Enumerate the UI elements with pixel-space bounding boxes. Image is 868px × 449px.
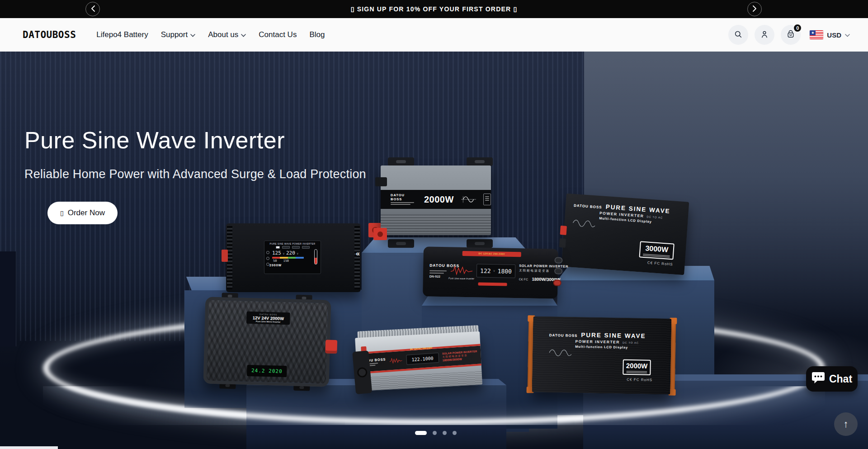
terminal-ring — [377, 232, 383, 237]
flag-icon: ★ — [810, 30, 823, 39]
flag-star: ★ — [810, 30, 816, 35]
spec-microtext — [429, 270, 447, 272]
cert-microtext — [485, 198, 489, 199]
sine-wave-icon — [572, 219, 596, 228]
cart-count-badge: 0 — [793, 24, 802, 33]
model-number: DN-922 — [429, 275, 440, 278]
status-icon — [266, 251, 269, 254]
label-block: DATOU BOSS PURE SINE WAVE POWER INVERTER… — [549, 331, 646, 358]
inverter-body: DC 12V/AC 220-240V DATOU BOSS 122.1000 S… — [355, 331, 482, 391]
account-icon — [760, 30, 769, 40]
red-sine-wave-icon — [389, 355, 403, 365]
nav-item-lifepo4-battery[interactable]: Lifepo4 Battery — [96, 30, 148, 39]
slideshow-pagination — [415, 431, 457, 435]
usb-port — [276, 246, 280, 249]
voltage-readout: 125 V 220 V — [267, 250, 318, 256]
chevron-down-icon — [241, 30, 246, 39]
announcement-next-button[interactable] — [747, 2, 762, 16]
slide-dot-2[interactable] — [433, 431, 437, 435]
label-band: DC 12V/AC 220-240V DATOU BOSS 122.1000 S… — [356, 344, 481, 374]
chat-bubble-icon — [811, 372, 825, 386]
end-cap-mark: « — [356, 250, 360, 258]
certifications: C€ FC RoHS — [627, 378, 652, 382]
nav-label: Support — [161, 30, 188, 39]
nav-item-contact-us[interactable]: Contact Us — [259, 30, 297, 39]
sine-wave-icon — [461, 194, 476, 205]
cart-button[interactable]: 0 — [781, 25, 801, 45]
load-value: 150 — [283, 259, 289, 263]
certifications: C€ FC RoHS — [647, 261, 673, 267]
slide-dot-1[interactable] — [415, 431, 427, 435]
nav-item-about-us[interactable]: About us — [208, 30, 246, 39]
cooling-fins — [381, 214, 491, 235]
power-rating: 2000W — [267, 264, 318, 267]
nav-item-blog[interactable]: Blog — [309, 30, 325, 39]
frequency-readout: 50 150 — [267, 259, 318, 263]
chat-button[interactable]: Chat — [806, 366, 858, 392]
nav-item-support[interactable]: Support — [161, 30, 196, 39]
nav-label: Blog — [309, 30, 325, 39]
spec-microtext — [626, 372, 647, 373]
order-button-icon: ▯ — [60, 209, 64, 217]
power-rating: 2000W — [424, 194, 454, 205]
chevron-down-icon — [190, 30, 195, 39]
thermometer-gauge — [314, 249, 317, 265]
inverter-body: DATOU BOSS 2000W — [381, 165, 491, 235]
product-gray-wall-inverter: DATOU BOSS 2000W — [374, 157, 497, 248]
ac-terminal — [554, 268, 562, 274]
level-bar — [272, 257, 304, 259]
ac-terminal — [554, 257, 562, 263]
hero-title: Pure Sine Wave Inverter — [24, 127, 366, 154]
announcement-prev-button[interactable] — [85, 2, 100, 16]
chevron-right-icon — [753, 5, 757, 13]
site-logo[interactable]: DATOUBOSS — [23, 29, 76, 40]
hero-slideshow: DATOU BOSS 2000W — [0, 52, 868, 449]
order-button-label: Order Now — [68, 208, 105, 217]
product-black-3000w-inverter: DATOU BOSS PURE SINE WAVE POWER INVERTER… — [561, 194, 689, 275]
product-line: SOLAR POWER INVERTER — [519, 264, 568, 269]
cooling-fins — [357, 371, 482, 391]
announcement-message: ▯ SIGN UP FOR 10% OFF YOUR FIRST ORDER ▯ — [351, 5, 518, 13]
spec-microtext — [391, 204, 410, 205]
hero-subtitle: Reliable Home Power with Advanced Surge … — [24, 167, 366, 181]
header-actions: 0 ★ USD — [722, 25, 850, 45]
order-now-button[interactable]: ▯ Order Now — [47, 202, 118, 224]
cert-microtext — [485, 200, 489, 201]
cert-marks: C€ FC — [519, 278, 528, 281]
account-button[interactable] — [755, 25, 774, 45]
frequency-value: 50 — [273, 259, 277, 263]
site-header: DATOUBOSS Lifepo4 Battery Support About … — [0, 18, 868, 52]
slide-dot-3[interactable] — [443, 431, 447, 435]
dc-connector-red — [325, 340, 337, 354]
product-silver-solar-inverter: DC 12V/AC 220-240V DATOU BOSS 122.1000 S… — [354, 325, 482, 396]
next-section-edge — [0, 446, 58, 449]
led-display: 24.2 2020 — [247, 365, 287, 377]
side-ridge — [354, 226, 360, 289]
scroll-to-top-button[interactable]: ↑ — [834, 412, 858, 436]
brand-label: DATOU BOSS — [391, 193, 417, 201]
currency-selector[interactable]: ★ USD — [810, 30, 850, 39]
product-rugged-inverter: DATOU BOSS 12V 24V 2000W Pure Sine Wave … — [203, 297, 331, 387]
display-unit: V — [494, 269, 495, 272]
right-label-block: SOLAR POWER INVERTER 太阳能电源逆变器 1800W/3000… — [442, 350, 477, 363]
power-rating: 2000W — [626, 362, 648, 370]
headline: PURE SINE WAVE — [581, 331, 646, 339]
usb-ports — [267, 246, 318, 249]
red-stripe — [478, 283, 507, 286]
search-icon — [734, 30, 743, 40]
ac-socket — [357, 367, 368, 378]
search-button[interactable] — [728, 25, 748, 45]
lcd-display: PURE SINE WAVE POWER INVERTER 125 V 220 — [264, 241, 321, 274]
display-power: 1800 — [498, 268, 512, 275]
main-nav: Lifepo4 Battery Support About us Contact… — [96, 30, 325, 39]
feature-label: Multi-function LCD Display — [575, 345, 646, 350]
display-voltage: 122 — [480, 267, 491, 274]
voltage-unit: V — [297, 252, 298, 255]
slide-dot-4[interactable] — [453, 431, 457, 435]
power-rating: 3000W — [645, 244, 669, 253]
spec-microtext — [391, 202, 414, 203]
red-sine-wave-icon — [450, 265, 473, 276]
chevron-left-icon — [91, 5, 95, 13]
mounting-bracket — [467, 157, 493, 166]
usb-port — [292, 246, 300, 249]
